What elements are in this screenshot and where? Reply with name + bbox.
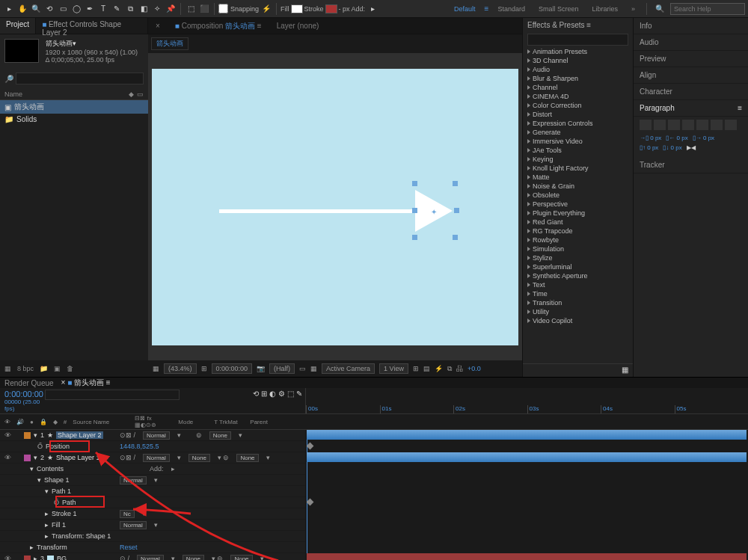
effects-category[interactable]: Noise & Grain [523, 182, 633, 191]
flowchart-icon[interactable]: 品 [456, 364, 463, 374]
shape1-row[interactable]: ▾ Shape 1 Normal▾ [0, 475, 305, 486]
anchor-icon[interactable]: ✦ [431, 208, 437, 216]
effects-category[interactable]: CINEMA 4D [523, 92, 633, 101]
eraser-tool-icon[interactable]: ◧ [138, 3, 150, 15]
stroke-width[interactable]: - px [339, 5, 350, 13]
zoom-tool-icon[interactable]: 🔍 [30, 3, 42, 15]
stroke-swatch[interactable] [325, 4, 337, 13]
panel-audio[interactable]: Audio [634, 34, 748, 51]
pixel-aspect-icon[interactable]: ▤ [423, 365, 430, 372]
workspace-more[interactable]: » [627, 4, 640, 14]
time-ruler[interactable]: 00s01s02s03s04s05s [305, 388, 748, 413]
comp-thumbnail[interactable] [4, 39, 39, 63]
contents-row[interactable]: ▾ Contents Add: ▸ [0, 464, 305, 475]
fill-swatch[interactable] [291, 4, 303, 13]
rectangle-tool-icon[interactable]: ▭ [57, 3, 69, 15]
selection-tool-icon[interactable]: ▸ [3, 3, 15, 15]
indent-left[interactable]: →▯ 0 px [640, 135, 661, 141]
effects-category[interactable]: Audio [523, 65, 633, 74]
bpc-button[interactable]: 8 bpc [17, 365, 34, 372]
effects-category[interactable]: Perspective [523, 200, 633, 209]
indent-first[interactable]: ▯← 0 px [666, 135, 687, 141]
stroke1-row[interactable]: ▸ Stroke 1 Nc▾ [0, 508, 305, 520]
justify-right-icon[interactable] [711, 120, 723, 130]
orbit-tool-icon[interactable]: ⟲ [43, 3, 55, 15]
effects-category[interactable]: Transition [523, 298, 633, 307]
handle-tl[interactable] [412, 181, 417, 186]
exposure[interactable]: +0.0 [468, 365, 481, 372]
timecode-display[interactable]: 0:00:00:00 [212, 363, 253, 374]
transparency-icon[interactable]: ▦ [310, 365, 317, 372]
col-audio-icon[interactable]: 🔊 [16, 419, 24, 425]
tl-tool-6[interactable]: ✎ [296, 390, 302, 398]
tl-tool-2[interactable]: ⊞ [261, 390, 267, 398]
resolution[interactable]: (Half) [269, 363, 295, 374]
layer-bar-2[interactable] [307, 452, 747, 462]
effects-category[interactable]: JAe Tools [523, 146, 633, 155]
layer-row-2[interactable]: 👁▾2 ★ Shape Layer 1 ⊙⊠ /Normal▾None▾ ⊚No… [0, 452, 305, 464]
tab-composition-label[interactable]: ■ Composition 箭头动画 ≡ [171, 19, 266, 33]
path1-row[interactable]: ▾ Path 1 [0, 486, 305, 497]
hand-tool-icon[interactable]: ✋ [16, 3, 28, 15]
effects-category[interactable]: Expression Controls [523, 119, 633, 128]
aspect-icon[interactable]: ⊞ [201, 365, 207, 372]
effects-search-input[interactable] [527, 34, 628, 46]
effects-category[interactable]: Knoll Light Factory [523, 164, 633, 173]
panel-paragraph[interactable]: Paragraph≡ [634, 100, 748, 117]
col-solo-icon[interactable]: ● [30, 419, 34, 425]
views-dropdown[interactable]: 1 View [379, 363, 408, 374]
col-name[interactable]: Name [4, 90, 22, 98]
panel-info[interactable]: Info [634, 18, 748, 34]
layer-bar-1[interactable] [307, 430, 747, 440]
workspace-standard[interactable]: Standard [493, 4, 530, 14]
project-search-input[interactable] [16, 73, 144, 84]
workspace-libraries[interactable]: Libraries [587, 4, 622, 14]
effects-category[interactable]: Distort [523, 110, 633, 119]
effects-category[interactable]: Simulation [523, 244, 633, 253]
effects-category[interactable]: Obsolete [523, 191, 633, 200]
timeline-search-input[interactable] [45, 390, 180, 400]
interpret-icon[interactable]: ▦ [4, 365, 11, 372]
timeline-icon[interactable]: ⧉ [447, 365, 452, 373]
add-label[interactable]: Add: [352, 5, 366, 13]
effects-category[interactable]: Color Correction [523, 101, 633, 110]
transform-shape1-row[interactable]: ▸ Transform: Shape 1 [0, 531, 305, 542]
col-source[interactable]: Source Name [73, 419, 129, 425]
handle-tr[interactable] [453, 181, 458, 186]
prop-position-row[interactable]: Ő Position 1448.8,525.5 [0, 441, 305, 452]
space-after[interactable]: ▯↓ 0 px [663, 144, 681, 151]
col-eye-icon[interactable]: 👁 [4, 419, 10, 425]
keyframe-position[interactable] [307, 443, 314, 450]
col-icon1[interactable]: ◆ [129, 90, 134, 98]
ellipse-tool-icon[interactable]: ◯ [70, 3, 82, 15]
effects-category[interactable]: Text [523, 280, 633, 289]
col-trkmat[interactable]: T TrkMat [214, 419, 244, 425]
effects-category[interactable]: Rowbyte [523, 236, 633, 244]
effects-category[interactable]: Keying [523, 155, 633, 164]
project-item-folder[interactable]: 📁 Solids [0, 114, 148, 125]
handle-bl[interactable] [412, 235, 417, 240]
project-item-comp[interactable]: ▣ 箭头动画 [0, 100, 148, 114]
align-right-icon[interactable] [668, 120, 680, 130]
col-icon2[interactable]: ▭ [137, 90, 144, 98]
position-value[interactable]: 1448.8,525.5 [120, 443, 159, 450]
effects-category[interactable]: Red Giant [523, 218, 633, 227]
col-label-icon[interactable]: ◆ [53, 419, 58, 425]
add-menu-icon[interactable]: ▸ [367, 3, 378, 15]
layer-row-3[interactable]: 👁▸3 BG ⊙ /Normal▾None▾ ⊚None▾ [0, 553, 305, 560]
indent-right[interactable]: ▯→ 0 px [693, 135, 714, 141]
effects-category[interactable]: RG Trapcode [523, 227, 633, 236]
playhead[interactable] [307, 430, 307, 560]
tab-fx[interactable]: × [151, 20, 165, 31]
panel-preview[interactable]: Preview [634, 51, 748, 67]
magnification[interactable]: (43.4%) [164, 363, 197, 374]
effects-category[interactable]: Generate [523, 128, 633, 137]
align-left-icon[interactable] [640, 120, 652, 130]
handle-br[interactable] [453, 235, 458, 240]
brush-tool-icon[interactable]: ✎ [111, 3, 123, 15]
panel-align[interactable]: Align [634, 67, 748, 84]
effects-category[interactable]: Immersive Video [523, 137, 633, 146]
viewer[interactable]: ✦ [148, 53, 522, 360]
current-timecode[interactable]: 0:00:00:00 [4, 390, 40, 399]
tab-layer[interactable]: Layer (none) [272, 20, 324, 31]
